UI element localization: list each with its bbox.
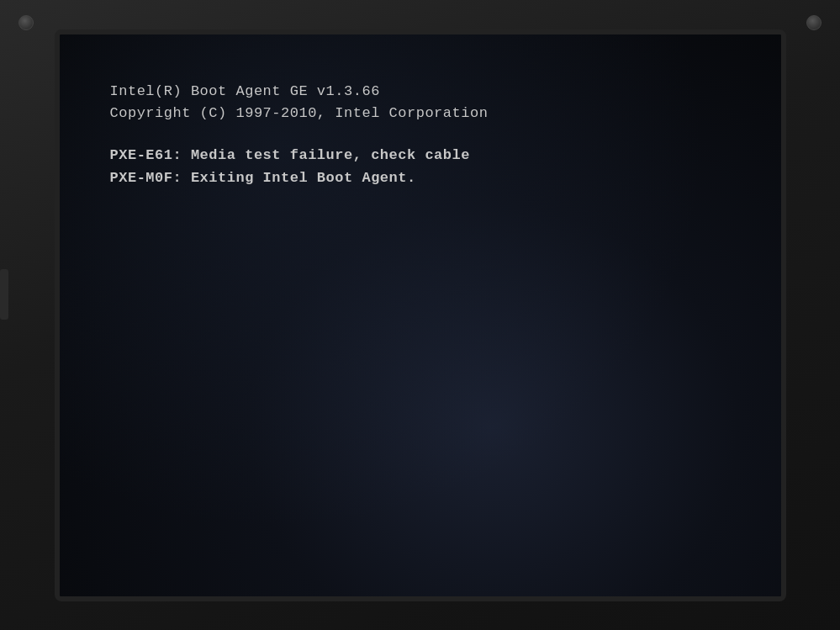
pxe-m0f-line: PXE-M0F: Exiting Intel Boot Agent.: [110, 167, 731, 189]
pxe-error-group: PXE-E61: Media test failure, check cable…: [110, 145, 731, 189]
boot-agent-info-group: Intel(R) Boot Agent GE v1.3.66 Copyright…: [110, 81, 731, 125]
screw-top-left: [18, 15, 34, 30]
pxe-e61-line: PXE-E61: Media test failure, check cable: [110, 145, 731, 167]
boot-agent-version-line: Intel(R) Boot Agent GE v1.3.66: [110, 81, 731, 103]
side-button: [0, 269, 8, 320]
screen: Intel(R) Boot Agent GE v1.3.66 Copyright…: [60, 34, 781, 596]
copyright-line: Copyright (C) 1997-2010, Intel Corporati…: [110, 103, 731, 124]
laptop-frame: Intel(R) Boot Agent GE v1.3.66 Copyright…: [0, 0, 840, 630]
screw-top-right: [806, 15, 822, 30]
screen-bezel: Intel(R) Boot Agent GE v1.3.66 Copyright…: [55, 29, 786, 601]
terminal-output: Intel(R) Boot Agent GE v1.3.66 Copyright…: [110, 81, 731, 189]
